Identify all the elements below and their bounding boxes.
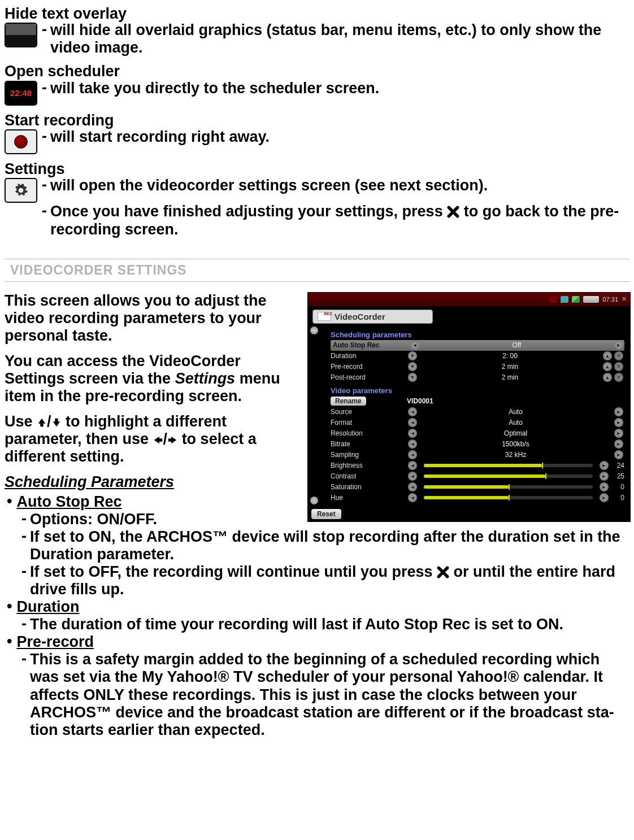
param-label: Hue (331, 494, 407, 502)
slider[interactable] (424, 496, 593, 499)
row-rename[interactable]: Rename VID0001 (331, 396, 624, 407)
row-post-record[interactable]: Post-record ▼ 2 min ▲ ✕ (331, 372, 624, 383)
left-arrow-icon[interactable]: ◄ (408, 461, 417, 470)
left-arrow-icon[interactable]: ◄ (408, 439, 417, 449)
left-arrow-icon[interactable]: ◄ (408, 429, 417, 438)
folder-rec-icon (318, 312, 331, 321)
divider (5, 281, 629, 282)
dash-icon: - (42, 21, 47, 38)
slider[interactable] (424, 464, 593, 467)
slash: / (47, 413, 51, 430)
up-arrow-icon[interactable]: ▲ (603, 362, 612, 371)
right-arrow-icon[interactable]: ► (614, 439, 623, 449)
intro-paragraph: You can access the VideoCorder Settings … (5, 352, 297, 405)
reset-button[interactable]: Reset (311, 509, 341, 519)
dash-icon: - (42, 128, 47, 145)
menu-desc: Once you have finished adjusting your se… (50, 203, 629, 238)
left-arrow-icon[interactable]: ◄ (408, 450, 417, 459)
down-arrow-icon[interactable]: ▼ (408, 351, 417, 360)
videocorder-tab: VideoCorder (312, 310, 433, 324)
param-title: Duration (16, 598, 79, 616)
menu-title: Hide text overlay (5, 6, 629, 21)
param-label: Contrast (331, 472, 407, 480)
row-source[interactable]: Source◄Auto► (331, 407, 624, 417)
param-desc: This is a safety margin added to the beg… (30, 651, 629, 738)
param-label: Auto Stop Rec (331, 341, 409, 349)
right-arrow-icon[interactable]: ► (614, 450, 623, 459)
menu-open-scheduler: Open scheduler 22:48 - will take you dir… (5, 63, 629, 105)
up-arrow-icon[interactable]: ▲ (603, 351, 612, 360)
row-brightness[interactable]: Brightness◄►24 (331, 460, 624, 471)
dash-icon: - (21, 563, 27, 580)
battery-icon (583, 296, 599, 303)
arrow-right-icon (167, 432, 177, 442)
row-format[interactable]: Format◄Auto► (331, 417, 624, 428)
row-hue[interactable]: Hue◄►0 (331, 493, 624, 503)
scheduling-params-heading: Scheduling Parameters (5, 473, 297, 491)
param-desc: If set to ON, the ARCHOS™ device will st… (30, 528, 629, 563)
dash-icon: - (21, 511, 27, 528)
x-icon[interactable]: ✕ (614, 351, 623, 360)
right-arrow-icon[interactable]: ► (600, 493, 609, 502)
rename-button[interactable]: Rename (331, 397, 366, 406)
up-arrow-icon[interactable]: ▲ (603, 373, 612, 382)
slider[interactable] (424, 485, 593, 489)
param-label: Saturation (331, 483, 407, 491)
row-resolution[interactable]: Resolution◄Optimal► (331, 428, 624, 439)
intro-paragraph: Use / to highlight a different parameter… (5, 413, 297, 465)
left-arrow-icon[interactable]: ◄ (408, 472, 417, 481)
scroll-up-icon (310, 327, 318, 334)
left-arrow-icon[interactable]: ◄ (408, 482, 417, 491)
menu-hide-overlay: Hide text overlay - will hide all overla… (5, 6, 629, 56)
menu-desc: will open the videocorder settings scree… (50, 177, 629, 194)
settings-gear-icon (5, 178, 37, 203)
row-duration[interactable]: Duration ▼ 2: 00 ▲ ✕ (331, 351, 624, 362)
scroll-track (310, 327, 318, 504)
param-label: Sampling (331, 451, 407, 459)
param-value: 24 (610, 462, 624, 469)
settings-screenshot: 07:31 ✕ VideoCorder Scheduling parameter… (307, 292, 629, 522)
left-arrow-icon[interactable]: ◄ (410, 341, 419, 350)
right-arrow-icon[interactable]: ► (600, 472, 609, 481)
param-label: Source (331, 408, 407, 416)
right-arrow-icon[interactable]: ► (614, 407, 623, 416)
right-arrow-icon[interactable]: ► (600, 482, 609, 491)
param-value: 1500kb/s (418, 440, 613, 448)
menu-settings: Settings - will open the videocorder set… (5, 161, 629, 238)
arrow-down-icon (51, 414, 62, 424)
param-label: Bitrate (331, 440, 407, 448)
down-arrow-icon[interactable]: ▼ (408, 373, 417, 382)
section-heading: VIDEOCORDER SETTINGS (10, 263, 629, 278)
left-arrow-icon[interactable]: ◄ (408, 407, 417, 416)
tab-label: VideoCorder (335, 312, 385, 321)
group-heading: Video parameters (331, 386, 624, 395)
right-arrow-icon[interactable]: ► (614, 341, 623, 350)
group-heading: Scheduling parameters (331, 330, 624, 339)
param-label: Post-record (331, 373, 407, 381)
left-arrow-icon[interactable]: ◄ (408, 418, 417, 427)
left-arrow-icon[interactable]: ◄ (408, 493, 417, 502)
param-value: Auto (418, 419, 613, 426)
param-value: 2 min (418, 363, 602, 371)
menu-title: Settings (5, 161, 629, 177)
right-arrow-icon[interactable]: ► (614, 429, 623, 438)
param-desc: If set to OFF, the recording will contin… (30, 563, 629, 598)
slider[interactable] (424, 475, 593, 478)
param-desc: The duration of time your recording will… (30, 616, 629, 633)
text: Use (5, 413, 37, 430)
right-arrow-icon[interactable]: ► (600, 461, 609, 470)
x-icon[interactable]: ✕ (614, 362, 623, 371)
menu-desc: will take you directly to the scheduler … (50, 80, 629, 97)
row-sampling[interactable]: Sampling◄32 kHz► (331, 450, 624, 460)
row-contrast[interactable]: Contrast◄►25 (331, 471, 624, 482)
x-icon[interactable]: ✕ (614, 373, 623, 382)
bullet-icon: • (7, 633, 12, 650)
down-arrow-icon[interactable]: ▼ (408, 362, 417, 371)
row-pre-record[interactable]: Pre-record ▼ 2 min ▲ ✕ (331, 362, 624, 372)
row-bitrate[interactable]: Bitrate◄1500kb/s► (331, 439, 624, 450)
scheduler-clock-icon: 22:48 (5, 81, 37, 106)
row-auto-stop-rec[interactable]: Auto Stop Rec ◄ Off ► (331, 340, 624, 351)
menu-desc: will start recording right away. (50, 128, 629, 146)
right-arrow-icon[interactable]: ► (614, 418, 623, 427)
row-saturation[interactable]: Saturation◄►0 (331, 482, 624, 493)
